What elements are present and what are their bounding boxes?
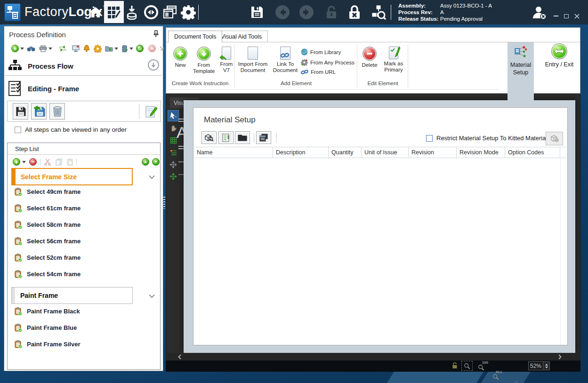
horizontal-scrollbar[interactable] — [166, 353, 580, 360]
add-part-button[interactable] — [201, 131, 217, 144]
step-item[interactable]: Select 49cm frame — [14, 184, 146, 199]
save-button[interactable] — [249, 4, 266, 21]
column-header[interactable]: Quantity — [329, 147, 362, 158]
materials-button[interactable] — [123, 4, 140, 21]
zoom-fit-all-button[interactable]: ALL — [492, 371, 503, 380]
new-button[interactable]: New — [172, 47, 189, 68]
step-item[interactable]: Select 52cm frame — [14, 249, 146, 265]
collapse-process-flow-button[interactable] — [148, 59, 159, 71]
outline-tool[interactable] — [168, 147, 179, 158]
delete-element-button[interactable]: Delete — [359, 47, 380, 68]
minimize-button[interactable] — [552, 12, 560, 20]
close-button[interactable] — [572, 12, 581, 20]
delete-process-button[interactable] — [49, 103, 65, 120]
paste-step-button-disabled[interactable] — [65, 158, 74, 166]
restrict-kitted-checkbox[interactable] — [426, 135, 433, 142]
recycle-dropdown[interactable] — [129, 44, 134, 53]
collapse-toolbar-button[interactable] — [158, 44, 166, 53]
step-item[interactable]: Paint Frame Silver — [14, 336, 146, 352]
save-process-button[interactable] — [13, 103, 28, 120]
print-dropdown[interactable] — [48, 44, 53, 53]
collapse-group-button[interactable] — [149, 292, 155, 298]
move-step-up-button[interactable] — [141, 158, 150, 166]
entry-exit-button[interactable]: Entry / Exit — [537, 43, 582, 76]
from-v7-button[interactable]: From V7 — [217, 47, 236, 73]
kit-material-button-disabled[interactable] — [546, 132, 563, 145]
move-step-down-button[interactable] — [152, 158, 160, 166]
material-setup-button-selected[interactable]: MaterialSetup — [507, 42, 534, 100]
column-header[interactable]: Option Codes — [505, 147, 560, 158]
process-definition-button-active[interactable] — [104, 1, 124, 23]
zoom-out-fast-button[interactable]: -- — [507, 380, 518, 383]
paste-materials-button[interactable] — [256, 131, 271, 144]
reorder-steps-button[interactable] — [58, 44, 67, 53]
step-group-paint-frame[interactable]: Paint Frame — [11, 287, 133, 304]
any-order-checkbox-row[interactable]: All steps can be viewed in any order — [15, 126, 127, 133]
forward-button-disabled[interactable] — [298, 4, 315, 21]
logout-user-button[interactable] — [531, 5, 548, 22]
process-audit-button[interactable] — [370, 4, 387, 21]
add-process-dropdown[interactable] — [20, 44, 24, 53]
scroll-left-button[interactable] — [174, 353, 185, 360]
edit-template-button[interactable] — [143, 103, 159, 120]
step-item[interactable]: Paint Frame Black — [14, 303, 146, 319]
add-step-dropdown[interactable] — [22, 158, 26, 166]
tab-document-tools[interactable]: Document Tools — [168, 31, 222, 43]
from-any-process-button[interactable]: From Any Process — [301, 59, 354, 66]
lock-cancel-button[interactable] — [346, 4, 363, 21]
export-button[interactable] — [105, 44, 113, 53]
any-order-checkbox[interactable] — [15, 127, 21, 133]
copy-step-button-disabled[interactable] — [55, 158, 63, 166]
pin-panel-button[interactable] — [152, 30, 159, 40]
step-item[interactable]: Select 56cm frame — [14, 233, 146, 249]
import-from-document-button[interactable]: Import From Document — [236, 47, 270, 73]
cut-step-button-disabled[interactable] — [43, 158, 52, 166]
add-process-button[interactable]: + — [11, 44, 19, 53]
zoom-spinner-buttons[interactable] — [543, 362, 549, 370]
open-folder-button[interactable] — [235, 131, 250, 144]
column-header[interactable]: Revision — [409, 147, 457, 158]
notifications-button[interactable] — [82, 44, 91, 53]
lock-zoom-button[interactable] — [452, 362, 458, 371]
process-flow-row[interactable]: Process Flow — [8, 57, 160, 74]
step-item[interactable]: Select 61cm frame — [14, 200, 146, 216]
add-from-bom-button[interactable] — [218, 131, 234, 144]
zoom-select-button-active[interactable] — [461, 361, 473, 371]
process-settings-button[interactable] — [93, 44, 102, 53]
restrict-kitted-checkbox-row[interactable]: Restrict Material Setup To Kitted Materi… — [426, 135, 547, 142]
mark-as-primary-button[interactable]: Mark as Primary — [381, 47, 406, 73]
from-url-button[interactable]: From URL — [301, 69, 336, 75]
settings-button[interactable] — [180, 4, 197, 21]
import-process-button[interactable] — [31, 103, 47, 120]
tab-visual-aid-tools[interactable]: Visual Aid Tools — [215, 31, 268, 42]
step-group-select-frame-size[interactable]: Select Frame Size — [11, 168, 133, 185]
zoom-100-button[interactable]: 100 — [478, 361, 488, 371]
column-header[interactable]: Unit of Issue — [362, 147, 409, 158]
print-button[interactable] — [39, 44, 47, 53]
from-template-button[interactable]: From Template — [191, 47, 217, 74]
column-header[interactable]: Description — [273, 147, 329, 158]
find-button[interactable] — [27, 44, 35, 53]
maximize-button[interactable] — [562, 12, 571, 20]
refresh-button[interactable]: ↻ — [136, 44, 144, 53]
move-element-tool[interactable] — [168, 159, 179, 170]
step-item[interactable]: Paint Frame Blue — [14, 319, 146, 335]
add-step-button[interactable]: + — [12, 158, 21, 166]
home-button[interactable] — [87, 4, 104, 21]
step-item[interactable]: Select 54cm frame — [14, 266, 146, 282]
recycle-button[interactable] — [121, 44, 129, 53]
back-button-disabled[interactable] — [274, 4, 291, 21]
select-tool-active[interactable] — [168, 110, 179, 121]
remove-step-button[interactable]: − — [29, 158, 37, 166]
collapse-group-button[interactable] — [149, 173, 155, 179]
move-all-tool[interactable] — [168, 171, 179, 182]
zoom-level-spinner[interactable]: 52% — [528, 361, 550, 370]
column-header[interactable]: Name — [194, 147, 273, 158]
export-dropdown[interactable] — [114, 44, 119, 53]
unlock-button-disabled[interactable] — [323, 4, 340, 21]
scroll-right-button[interactable] — [555, 353, 565, 360]
documents-button[interactable] — [161, 4, 178, 21]
panel-splitter[interactable] — [163, 197, 165, 209]
from-library-button[interactable]: From Library — [301, 48, 341, 56]
column-header[interactable]: Revision Mode — [457, 147, 505, 158]
